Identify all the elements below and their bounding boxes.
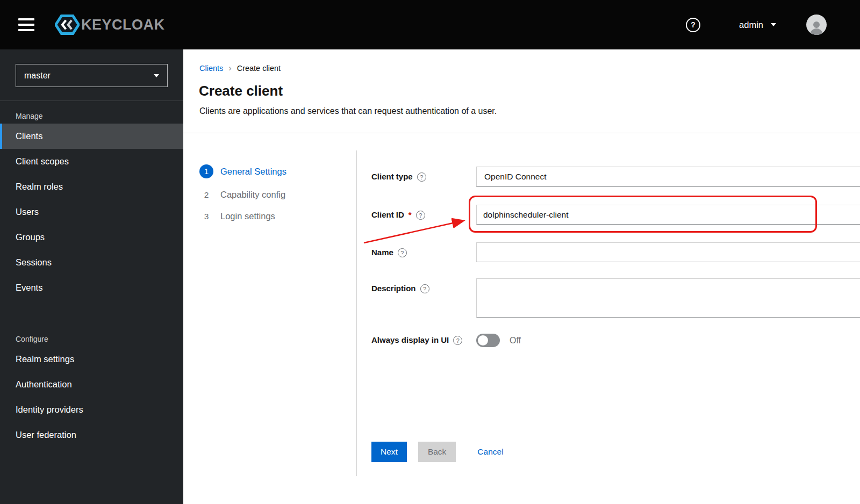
wizard-step-capability-config[interactable]: 2 Capability config <box>199 190 286 200</box>
client-type-label: Client type <box>371 172 413 181</box>
always-display-label: Always display in UI <box>371 335 449 344</box>
client-type-label-group: Client type ? <box>371 167 476 187</box>
breadcrumb-current: Create client <box>237 64 281 73</box>
cancel-button[interactable]: Cancel <box>477 447 503 457</box>
wizard-steps: 1 General Settings 2 Capability config 3… <box>199 164 286 221</box>
step-number-badge: 1 <box>199 164 213 178</box>
client-id-input[interactable] <box>476 205 860 225</box>
sidebar-item-user-federation[interactable]: User federation <box>0 422 183 448</box>
help-icon[interactable]: ? <box>686 18 700 32</box>
realm-select[interactable]: master <box>16 64 168 87</box>
toggle-state-label: Off <box>510 336 521 345</box>
step-number: 3 <box>199 212 213 221</box>
client-id-label: Client ID <box>371 210 404 219</box>
sidebar-item-sessions[interactable]: Sessions <box>0 250 183 275</box>
user-menu[interactable]: admin <box>739 20 776 30</box>
help-icon[interactable]: ? <box>416 211 425 220</box>
sidebar-item-realm-settings[interactable]: Realm settings <box>0 347 183 372</box>
breadcrumb-link-clients[interactable]: Clients <box>199 64 223 73</box>
main-content: Clients › Create client Create client Cl… <box>183 49 860 504</box>
next-button[interactable]: Next <box>371 442 407 462</box>
person-icon <box>808 19 825 35</box>
name-label-group: Name ? <box>371 242 476 262</box>
header-actions: ? admin <box>686 15 827 35</box>
client-id-label-group: Client ID * ? <box>371 205 476 225</box>
divider <box>183 133 860 133</box>
wizard-step-login-settings[interactable]: 3 Login settings <box>199 211 286 221</box>
sidebar-nav: Manage Clients Client scopes Realm roles… <box>0 112 183 448</box>
page-title: Create client <box>199 83 283 99</box>
required-indicator: * <box>408 210 412 219</box>
hamburger-menu-button[interactable] <box>14 14 39 35</box>
help-icon[interactable]: ? <box>398 248 407 257</box>
step-label: General Settings <box>220 167 286 177</box>
hamburger-icon <box>18 18 34 31</box>
sidebar-item-authentication[interactable]: Authentication <box>0 372 183 397</box>
sidebar-item-groups[interactable]: Groups <box>0 225 183 250</box>
description-label-group: Description ? <box>371 278 476 320</box>
name-input[interactable] <box>476 242 860 262</box>
description-label: Description <box>371 284 416 293</box>
help-icon[interactable]: ? <box>417 172 426 182</box>
vertical-divider <box>356 150 357 476</box>
wizard-step-general-settings[interactable]: 1 General Settings <box>199 164 286 178</box>
description-textarea[interactable] <box>476 278 860 318</box>
sidebar-item-users[interactable]: Users <box>0 199 183 225</box>
sidebar-heading-configure: Configure <box>16 335 183 343</box>
user-name: admin <box>739 20 763 30</box>
avatar[interactable] <box>806 15 827 35</box>
form-actions: Next Back Cancel <box>371 442 860 462</box>
sidebar-item-identity-providers[interactable]: Identity providers <box>0 397 183 422</box>
top-header-bar: KEYCLOAK ? admin <box>0 0 860 49</box>
breadcrumb: Clients › Create client <box>199 63 281 73</box>
keycloak-logo: KEYCLOAK <box>55 13 165 36</box>
create-client-form: Client type ? OpenID Connect Client ID *… <box>371 167 860 489</box>
always-display-label-group: Always display in UI ? <box>371 334 476 347</box>
step-label: Login settings <box>220 211 275 221</box>
sidebar-item-realm-roles[interactable]: Realm roles <box>0 174 183 199</box>
page-subtitle: Clients are applications and services th… <box>199 106 497 116</box>
help-icon[interactable]: ? <box>420 284 429 293</box>
realm-select-value: master <box>24 71 51 81</box>
sidebar-item-events[interactable]: Events <box>0 275 183 300</box>
keycloak-logo-text: KEYCLOAK <box>81 17 165 33</box>
toggle-knob-icon <box>478 335 488 345</box>
always-display-toggle[interactable] <box>476 334 500 347</box>
keycloak-admin-screen: KEYCLOAK ? admin master Manage <box>0 0 860 504</box>
sidebar: master Manage Clients Client scopes Real… <box>0 49 183 504</box>
chevron-down-icon <box>154 74 159 77</box>
name-label: Name <box>371 248 393 257</box>
step-number: 2 <box>199 190 213 200</box>
realm-select-section: master <box>0 49 183 101</box>
client-type-selected-value: OpenID Connect <box>484 172 546 182</box>
step-label: Capability config <box>220 190 285 200</box>
keycloak-logo-icon <box>55 13 80 36</box>
chevron-down-icon <box>771 23 776 26</box>
sidebar-heading-manage: Manage <box>16 112 183 120</box>
breadcrumb-separator-icon: › <box>228 63 231 73</box>
help-icon[interactable]: ? <box>453 336 462 345</box>
sidebar-item-client-scopes[interactable]: Client scopes <box>0 149 183 174</box>
client-type-select[interactable]: OpenID Connect <box>476 167 860 187</box>
sidebar-item-clients[interactable]: Clients <box>0 124 183 149</box>
back-button[interactable]: Back <box>418 442 456 462</box>
